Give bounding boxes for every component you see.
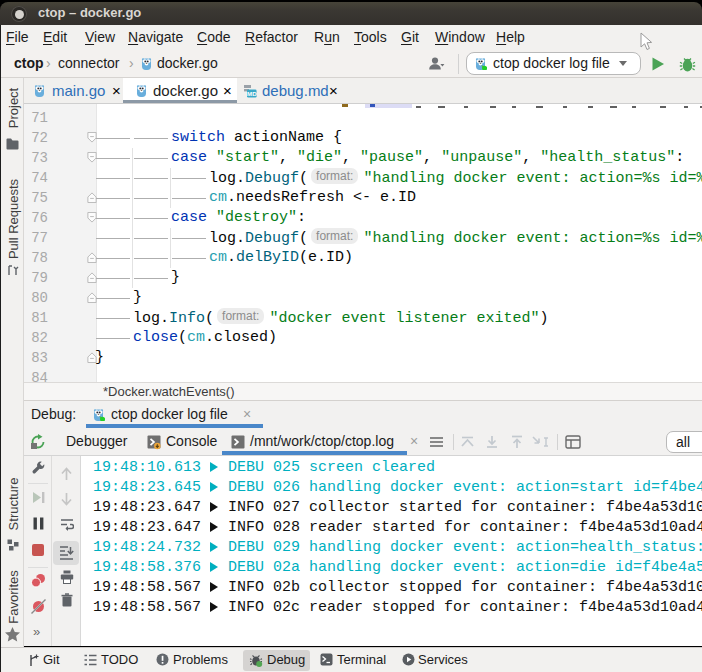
svg-text:MD: MD (247, 90, 257, 97)
